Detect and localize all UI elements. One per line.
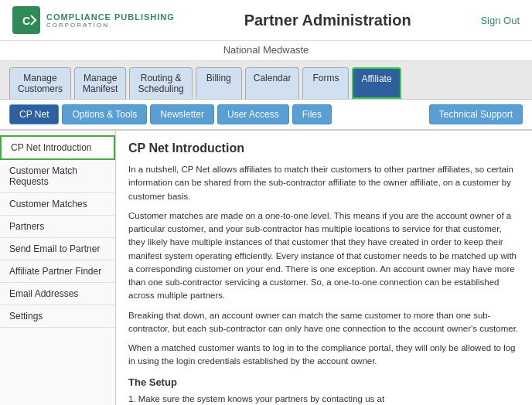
sidebar-item-partners[interactable]: Partners xyxy=(0,216,115,238)
content-para-3: Breaking that down, an account owner can… xyxy=(128,309,520,336)
steps-list: 1. Make sure the system knows your partn… xyxy=(128,393,520,406)
tab-calendar[interactable]: Calendar xyxy=(245,67,300,99)
header: C COMPLIANCE PUBLISHING CORPORATION Part… xyxy=(0,0,532,41)
svg-text:C: C xyxy=(22,15,30,27)
org-name: National Medwaste xyxy=(0,41,532,61)
tab-manage-manifest[interactable]: ManageManifest xyxy=(74,67,126,99)
tab-affiliate[interactable]: Affiliate xyxy=(352,67,401,99)
sidebar-item-send-email[interactable]: Send Email to Partner xyxy=(0,238,115,260)
logo-text: COMPLIANCE PUBLISHING CORPORATION xyxy=(46,12,175,29)
sign-out-button[interactable]: Sign Out xyxy=(480,15,520,26)
content-title: CP Net Introduction xyxy=(128,141,520,155)
sidebar-item-email-addresses[interactable]: Email Addresses xyxy=(0,283,115,305)
sub-tab-cpnet[interactable]: CP Net xyxy=(9,104,59,124)
content-para-1: In a nutshell, CP Net allows affiliates … xyxy=(128,163,520,203)
step-1: 1. Make sure the system knows your partn… xyxy=(128,393,520,406)
sidebar: CP Net Introduction Customer Match Reque… xyxy=(0,131,116,405)
sub-tab-options-tools[interactable]: Options & Tools xyxy=(62,104,147,124)
tab-routing-scheduling[interactable]: Routing &Scheduling xyxy=(129,67,192,99)
sidebar-item-customer-matches[interactable]: Customer Matches xyxy=(0,193,115,216)
tab-manage-customers[interactable]: ManageCustomers xyxy=(9,67,71,99)
content-para-4: When a matched customer wants to log in … xyxy=(128,342,520,369)
section-setup-title: The Setup xyxy=(128,376,520,388)
sidebar-item-customer-match-requests[interactable]: Customer Match Requests xyxy=(0,160,115,193)
tech-support-button[interactable]: Technical Support xyxy=(429,104,523,124)
page-title: Partner Administration xyxy=(244,12,411,29)
tab-billing[interactable]: Billing xyxy=(196,67,242,99)
logo-name: COMPLIANCE PUBLISHING xyxy=(46,12,175,22)
content-para-2: Customer matches are made on a one-to-on… xyxy=(128,209,520,303)
sidebar-item-settings[interactable]: Settings xyxy=(0,305,115,328)
sub-tab-user-access[interactable]: User Access xyxy=(217,104,289,124)
sub-nav: CP Net Options & Tools Newsletter User A… xyxy=(0,100,532,131)
top-nav: ManageCustomers ManageManifest Routing &… xyxy=(0,61,532,100)
content-area: CP Net Introduction In a nutshell, CP Ne… xyxy=(116,131,532,405)
sidebar-item-cpnet-intro[interactable]: CP Net Introduction xyxy=(0,135,115,160)
sub-tab-newsletter[interactable]: Newsletter xyxy=(150,104,214,124)
logo-sub: CORPORATION xyxy=(46,22,175,29)
sub-tab-files[interactable]: Files xyxy=(292,104,332,124)
main-area: CP Net Introduction Customer Match Reque… xyxy=(0,131,532,405)
sidebar-item-affiliate-finder[interactable]: Affiliate Partner Finder xyxy=(0,260,115,283)
logo-area: C COMPLIANCE PUBLISHING CORPORATION xyxy=(12,6,175,34)
logo-icon: C xyxy=(12,6,40,34)
tab-forms[interactable]: Forms xyxy=(302,67,349,99)
